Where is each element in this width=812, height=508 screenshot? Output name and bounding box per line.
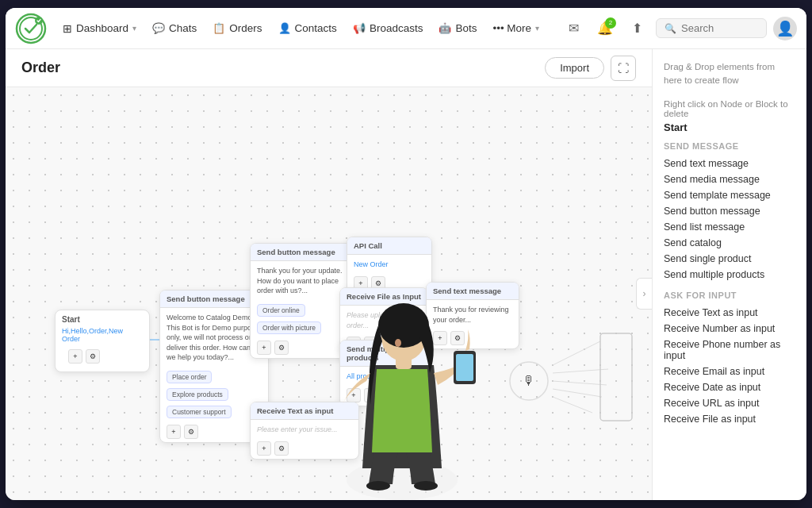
sidebar-send-media[interactable]: Send media message	[664, 171, 795, 187]
receive-text-placeholder: Please enter your issue...	[257, 425, 338, 433]
svg-line-12	[553, 341, 600, 365]
sidebar-receive-url[interactable]: Receive URL as input	[664, 395, 795, 411]
sidebar-send-single[interactable]: Send single product	[664, 251, 795, 267]
content-area: Order Import ⛶	[6, 49, 806, 500]
api-call-header: API Call	[347, 237, 431, 255]
send-text-node[interactable]: Send text message Thank you for reviewin…	[426, 282, 519, 349]
order-picture-btn[interactable]: Order with picture	[257, 321, 321, 334]
nav-orders-label: Orders	[229, 22, 262, 34]
order-online-btn[interactable]: Order online	[257, 304, 305, 317]
sidebar-toggle[interactable]: ›	[636, 278, 652, 310]
send-multiple-header: Send multiple products	[340, 341, 430, 367]
app-window: ⊞ Dashboard ▾ 💬 Chats 📋 Orders 👤 Contact…	[6, 8, 806, 500]
chats-icon: 💬	[152, 22, 165, 34]
right-sidebar: Drag & Drop elements from here to create…	[652, 49, 806, 500]
nav-bots[interactable]: 🤖 Bots	[431, 17, 485, 39]
nav-right: ✉ 🔔 2 ⬆ 🔍 👤	[561, 16, 797, 41]
sidebar-receive-number[interactable]: Receive Number as input	[664, 321, 795, 337]
multi-add[interactable]: +	[347, 388, 361, 402]
sidebar-send-list[interactable]: Send list message	[664, 219, 795, 235]
search-bar: 🔍	[656, 18, 767, 38]
nav-dashboard-label: Dashboard	[76, 22, 128, 34]
sidebar-receive-phone[interactable]: Receive Phone number as input	[664, 337, 795, 364]
send-multiple-node[interactable]: Send multiple products All product group…	[339, 340, 431, 406]
svg-point-18	[347, 460, 458, 500]
fullscreen-icon: ⛶	[618, 62, 629, 75]
notifications-button[interactable]: 🔔 2	[592, 16, 618, 41]
nav-chats-label: Chats	[169, 22, 197, 34]
nav-dashboard[interactable]: ⊞ Dashboard ▾	[55, 17, 144, 40]
sidebar-send-button[interactable]: Send button message	[664, 203, 795, 219]
start-node-label: Start	[62, 315, 143, 324]
text-set[interactable]: ⚙	[450, 331, 465, 345]
svg-line-16	[553, 397, 592, 413]
node2-add[interactable]: +	[257, 341, 271, 355]
sidebar-send-template[interactable]: Send template message	[664, 187, 795, 203]
bots-icon: 🤖	[439, 22, 451, 34]
sidebar-receive-file[interactable]: Receive File as input	[664, 411, 795, 427]
fullscreen-button[interactable]: ⛶	[611, 56, 636, 81]
toolbar-right: Import ⛶	[545, 56, 636, 81]
svg-rect-23	[454, 351, 476, 384]
sidebar-send-text[interactable]: Send text message	[664, 156, 795, 171]
sidebar-receive-email[interactable]: Receive Email as input	[664, 364, 795, 379]
orders-icon: 📋	[213, 22, 225, 34]
node1-add[interactable]: +	[167, 425, 181, 439]
email-button[interactable]: ✉	[561, 16, 586, 41]
place-order-btn[interactable]: Place order	[167, 371, 212, 383]
node-add-btn[interactable]: +	[68, 349, 82, 364]
svg-rect-17	[600, 333, 632, 421]
contacts-icon: 👤	[278, 22, 291, 34]
nav-more-label: ••• More	[492, 22, 531, 34]
import-button[interactable]: Import	[545, 57, 604, 79]
receive-file-placeholder: Please upload your order...	[347, 311, 408, 329]
share-button[interactable]: ⬆	[624, 16, 649, 41]
multi-set[interactable]: ⚙	[364, 388, 378, 402]
dashboard-icon: ⊞	[63, 22, 72, 35]
svg-point-10	[510, 362, 548, 400]
svg-line-13	[553, 369, 608, 373]
page-title: Order	[21, 60, 60, 76]
avatar[interactable]: 👤	[773, 17, 797, 40]
logo[interactable]	[15, 13, 47, 44]
api-call-node[interactable]: API Call New Order + ⚙	[347, 237, 432, 294]
start-node-content: Hi,Hello,Order,New Order	[62, 327, 143, 343]
search-input[interactable]	[681, 22, 758, 34]
sidebar-send-catalog[interactable]: Send catalog	[664, 235, 795, 251]
send-text-body: Thank you for reviewing your order...	[427, 300, 519, 329]
start-node[interactable]: Start Hi,Hello,Order,New Order + ⚙	[55, 310, 150, 372]
svg-rect-24	[456, 354, 473, 381]
api-call-link: New Order	[354, 260, 389, 268]
receive-file-header: Receive File as Input	[340, 288, 427, 306]
sidebar-receive-text[interactable]: Receive Text as input	[664, 305, 795, 321]
send-message-section: Send message	[664, 141, 795, 151]
text-add[interactable]: +	[433, 331, 447, 345]
nav-orders[interactable]: 📋 Orders	[205, 17, 270, 39]
node-settings-btn[interactable]: ⚙	[86, 349, 100, 364]
svg-point-26	[414, 481, 438, 491]
node2-set[interactable]: ⚙	[274, 341, 289, 355]
nav-contacts-label: Contacts	[295, 22, 337, 34]
svg-text:🎙: 🎙	[523, 374, 535, 387]
nav-chats[interactable]: 💬 Chats	[144, 17, 205, 39]
receive-text-node[interactable]: Receive Text as input Please enter your …	[250, 402, 359, 460]
sidebar-delete-hint: Right click on Node or Block to delete	[664, 99, 795, 118]
notification-badge: 2	[605, 17, 616, 29]
navbar: ⊞ Dashboard ▾ 💬 Chats 📋 Orders 👤 Contact…	[6, 8, 806, 49]
nav-bots-label: Bots	[455, 22, 477, 34]
canvas-body[interactable]: 🎙 Start Hi,Hello,Order,New Order +	[6, 87, 652, 500]
rtext-add[interactable]: +	[257, 441, 271, 456]
sidebar-receive-date[interactable]: Receive Date as input	[664, 379, 795, 395]
explore-products-btn[interactable]: Explore products	[167, 388, 228, 401]
chevron-down-icon: ▾	[132, 24, 136, 33]
rtext-set[interactable]: ⚙	[274, 441, 289, 456]
nav-broadcasts-label: Broadcasts	[370, 22, 423, 34]
send-button-header-2: Send button message	[251, 244, 358, 261]
send-multiple-link: All product group...	[347, 372, 407, 380]
node1-set[interactable]: ⚙	[184, 425, 198, 439]
nav-contacts[interactable]: 👤 Contacts	[270, 17, 345, 39]
nav-more[interactable]: ••• More ▾	[485, 17, 547, 39]
customer-support-btn[interactable]: Customer support	[167, 406, 232, 418]
nav-broadcasts[interactable]: 📢 Broadcasts	[345, 17, 431, 39]
sidebar-send-multiple[interactable]: Send multiple products	[664, 267, 795, 283]
